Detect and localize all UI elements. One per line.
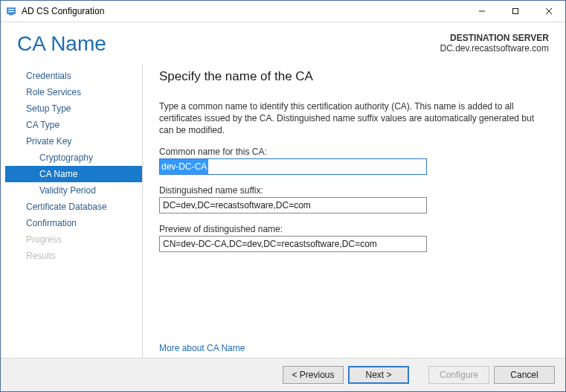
window: AD CS Configuration CA Name DESTINATION … (0, 0, 566, 392)
main-panel: Specify the name of the CA Type a common… (143, 63, 565, 358)
more-about-link[interactable]: More about CA Name (159, 343, 549, 353)
common-name-label: Common name for this CA: (159, 147, 549, 157)
svg-rect-2 (8, 11, 14, 12)
footer: < Previous Next > Configure Cancel (1, 358, 565, 391)
preview-input[interactable] (159, 236, 427, 252)
window-title: AD CS Configuration (22, 6, 104, 16)
svg-rect-0 (7, 7, 16, 14)
common-name-input[interactable]: dev-DC-CA (159, 158, 427, 175)
body: CredentialsRole ServicesSetup TypeCA Typ… (1, 59, 565, 358)
sidebar-item-setup-type[interactable]: Setup Type (5, 100, 142, 117)
maximize-button[interactable] (498, 1, 532, 22)
destination-server-label: DESTINATION SERVER (440, 33, 550, 43)
titlebar: AD CS Configuration (1, 1, 565, 22)
sidebar-item-ca-name[interactable]: CA Name (5, 166, 142, 182)
sidebar-item-private-key[interactable]: Private Key (5, 133, 142, 150)
svg-rect-3 (9, 14, 13, 16)
sidebar-item-validity-period[interactable]: Validity Period (5, 182, 142, 199)
next-button[interactable]: Next > (348, 366, 409, 384)
sidebar-item-certificate-database[interactable]: Certificate Database (5, 199, 142, 215)
page-title: CA Name (17, 33, 440, 56)
description-text: Type a common name to identify this cert… (159, 100, 546, 137)
destination-server: DESTINATION SERVER DC.dev.recastsoftware… (440, 33, 550, 54)
cancel-button[interactable]: Cancel (494, 366, 555, 384)
sidebar-item-results: Results (5, 248, 142, 264)
svg-rect-1 (8, 9, 14, 10)
sidebar-item-confirmation[interactable]: Confirmation (5, 215, 142, 231)
close-button[interactable] (532, 1, 565, 22)
minimize-button[interactable] (465, 1, 498, 22)
preview-label: Preview of distinguished name: (159, 224, 549, 234)
dn-suffix-input[interactable] (159, 197, 427, 213)
app-icon (5, 5, 17, 17)
sidebar: CredentialsRole ServicesSetup TypeCA Typ… (5, 63, 143, 358)
header: CA Name DESTINATION SERVER DC.dev.recast… (1, 22, 565, 59)
sidebar-item-progress: Progress (5, 231, 142, 248)
sidebar-item-role-services[interactable]: Role Services (5, 84, 142, 100)
dn-suffix-label: Distinguished name suffix: (159, 185, 549, 196)
configure-button[interactable]: Configure (428, 366, 489, 384)
sidebar-item-cryptography[interactable]: Cryptography (5, 150, 142, 166)
common-name-value: dev-DC-CA (160, 159, 208, 174)
sidebar-item-ca-type[interactable]: CA Type (5, 117, 142, 133)
destination-server-value: DC.dev.recastsoftware.com (440, 43, 550, 54)
section-title: Specify the name of the CA (159, 69, 549, 84)
svg-rect-5 (512, 9, 518, 14)
sidebar-item-credentials[interactable]: Credentials (5, 68, 142, 84)
previous-button[interactable]: < Previous (283, 366, 344, 384)
